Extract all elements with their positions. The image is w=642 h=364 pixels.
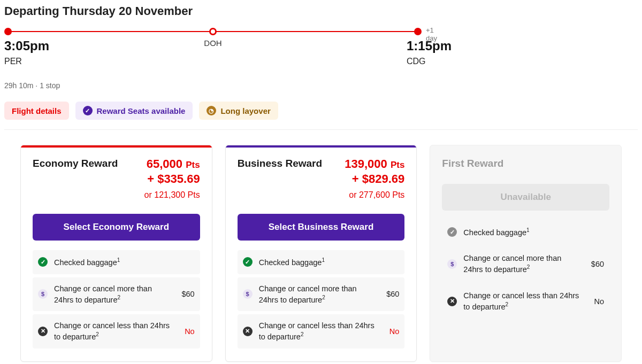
long-layover-chip[interactable]: ◔ Long layover xyxy=(199,102,278,120)
arrive-time: 1:15pm xyxy=(407,38,452,53)
economy-reward-card: Economy Reward 65,000 Pts + $335.69 or 1… xyxy=(20,145,212,362)
feature-change-more-24h: $ Change or cancel more than 24hrs to de… xyxy=(33,277,200,312)
feature-value: No xyxy=(586,297,604,306)
feature-change-less-24h: ✕ Change or cancel less than 24hrs to de… xyxy=(33,314,200,348)
reward-seats-label: Reward Seats available xyxy=(97,106,186,115)
section-divider xyxy=(4,129,638,130)
duration-stops: 29h 10m · 1 stop xyxy=(4,81,638,90)
dollar-icon: $ xyxy=(243,289,253,299)
feature-label: Change or cancel less than 24hrs to depa… xyxy=(54,321,170,342)
times-row: 3:05pm PER DOH 1:15pm CDG xyxy=(4,38,422,66)
feature-checked-baggage: ✓ Checked baggage1 xyxy=(33,250,200,274)
check-icon: ✓ xyxy=(243,257,253,267)
fare-name: Business Reward xyxy=(238,157,322,200)
feature-label: Change or cancel more than 24hrs to depa… xyxy=(259,284,375,305)
arrive-block: 1:15pm CDG xyxy=(407,38,452,66)
feature-change-less-24h: ✕ Change or cancel less than 24hrs to de… xyxy=(238,314,405,348)
or-points-price: or 277,600 Pts xyxy=(345,190,404,200)
feature-label: Change or cancel more than 24hrs to depa… xyxy=(54,284,170,305)
cross-icon: ✕ xyxy=(38,327,48,336)
fare-cards: Economy Reward 65,000 Pts + $335.69 or 1… xyxy=(4,145,638,362)
feature-change-more-24h: $ Change or cancel more than 24hrs to de… xyxy=(442,247,609,281)
flight-details-chip[interactable]: Flight details xyxy=(4,102,69,120)
feature-label: Checked baggage1 xyxy=(259,257,400,268)
business-reward-card: Business Reward 139,000 Pts + $829.69 or… xyxy=(225,145,417,362)
points-price: 65,000 Pts xyxy=(144,157,200,171)
feature-checked-baggage: ✓ Checked baggage1 xyxy=(238,250,405,274)
feature-label: Change or cancel less than 24hrs to depa… xyxy=(463,291,579,312)
fare-name: First Reward xyxy=(442,157,503,170)
cash-price: + $335.69 xyxy=(144,172,200,186)
cross-icon: ✕ xyxy=(243,327,253,336)
long-layover-label: Long layover xyxy=(220,106,270,115)
select-economy-reward-button[interactable]: Select Economy Reward xyxy=(33,214,200,241)
stopover-dot-icon xyxy=(209,28,217,35)
dollar-icon: $ xyxy=(38,289,48,299)
depart-time: 3:05pm xyxy=(4,38,49,53)
clock-icon: ◔ xyxy=(207,106,216,115)
price-block: 65,000 Pts + $335.69 or 121,300 Pts xyxy=(144,157,200,200)
dollar-icon: $ xyxy=(447,259,457,269)
feature-label: Change or cancel less than 24hrs to depa… xyxy=(259,321,375,342)
or-points-price: or 121,300 Pts xyxy=(144,190,200,200)
depart-block: 3:05pm PER xyxy=(4,38,49,66)
feature-value: No xyxy=(381,327,399,336)
stopover-airport-code: DOH xyxy=(204,38,221,48)
feature-value: No xyxy=(177,327,195,336)
feature-change-less-24h: ✕ Change or cancel less than 24hrs to de… xyxy=(442,284,609,319)
first-reward-unavailable-button: Unavailable xyxy=(442,184,609,211)
feature-label: Change or cancel more than 24hrs to depa… xyxy=(463,253,579,275)
fare-name: Economy Reward xyxy=(33,157,118,200)
route-timeline: +1 day xyxy=(4,28,422,35)
feature-label: Checked baggage1 xyxy=(54,257,195,268)
chips-row: Flight details ✓ Reward Seats available … xyxy=(4,102,638,120)
feature-value: $60 xyxy=(177,290,195,298)
check-icon: ✓ xyxy=(447,227,457,237)
feature-checked-baggage: ✓ Checked baggage1 xyxy=(442,220,609,244)
select-business-reward-button[interactable]: Select Business Reward xyxy=(238,214,405,241)
feature-value: $60 xyxy=(586,260,604,268)
points-price: 139,000 Pts xyxy=(345,157,404,171)
feature-change-more-24h: $ Change or cancel more than 24hrs to de… xyxy=(238,277,405,312)
cross-icon: ✕ xyxy=(447,297,457,306)
first-reward-card: First Reward Unavailable ✓ Checked bagga… xyxy=(430,145,622,362)
check-badge-icon: ✓ xyxy=(83,106,93,115)
feature-value: $60 xyxy=(381,290,399,298)
reward-seats-chip[interactable]: ✓ Reward Seats available xyxy=(75,102,193,120)
feature-label: Checked baggage1 xyxy=(463,227,604,238)
price-block: 139,000 Pts + $829.69 or 277,600 Pts xyxy=(345,157,404,200)
page-title: Departing Thursday 20 November xyxy=(4,4,638,18)
arrive-airport-code: CDG xyxy=(407,57,452,66)
depart-airport-code: PER xyxy=(4,57,49,66)
flight-details-label: Flight details xyxy=(12,106,62,115)
depart-dot-icon xyxy=(4,28,12,35)
cash-price: + $829.69 xyxy=(345,172,404,186)
check-icon: ✓ xyxy=(38,257,48,267)
arrive-dot-icon xyxy=(414,28,422,35)
